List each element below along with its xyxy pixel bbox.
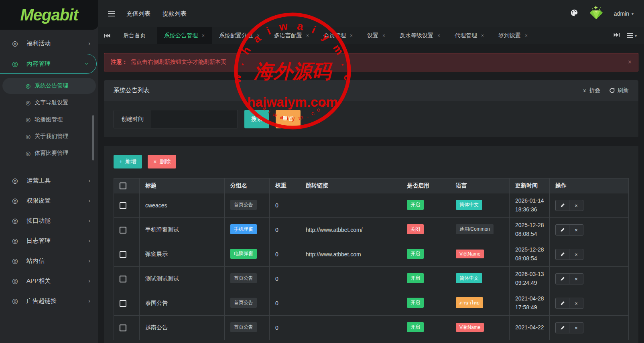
enabled-badge: 开启	[407, 249, 424, 259]
cell-link: http://www.atbbet.com/	[300, 218, 401, 242]
updated-time: 08:08:54	[515, 254, 544, 263]
group-badge: 手机弹窗	[230, 224, 257, 234]
tab[interactable]: 代理管理 ×	[447, 27, 491, 44]
created-time-input[interactable]	[151, 110, 238, 128]
logo-text: Megabit	[20, 6, 78, 24]
tab-close-icon[interactable]: ×	[382, 33, 385, 39]
refresh-button[interactable]: 刷新	[609, 87, 629, 94]
alert-close-icon[interactable]: ×	[628, 59, 632, 66]
remove-button[interactable]: ×	[569, 249, 583, 260]
sidebar-sub-item-label: 轮播图管理	[35, 116, 63, 123]
col-lang: 语言	[450, 179, 510, 193]
theme-palette-icon[interactable]	[570, 8, 579, 19]
cell-title: cweaces	[140, 193, 225, 218]
sidebar-group-item[interactable]: ◎ 日志管理 ›	[0, 231, 98, 250]
sidebar-group-item[interactable]: ◎ 接口功能 ›	[0, 211, 98, 230]
row-checkbox[interactable]	[120, 300, 126, 307]
search-button[interactable]: 搜索	[244, 110, 269, 128]
sidebar-group-item[interactable]: ◎ 广告超链接 ›	[0, 291, 98, 311]
pencil-icon	[560, 325, 565, 330]
edit-button[interactable]	[555, 298, 569, 309]
sidebar-group-item[interactable]: ◎ 权限设置 ›	[0, 191, 98, 210]
sidebar-group-item[interactable]: ◎ 福利活动 ›	[0, 34, 98, 53]
top-menu-recharge-list[interactable]: 充值列表	[126, 10, 150, 18]
sidebar-sub-item[interactable]: ◎ 关于我们管理	[2, 128, 96, 144]
tab-close-icon[interactable]: ×	[257, 33, 260, 39]
tab[interactable]: 会员管理 ×	[316, 27, 360, 44]
sidebar-group-item[interactable]: ◎ APP相关 ›	[0, 271, 98, 290]
hamburger-icon[interactable]	[106, 8, 118, 19]
sidebar-group-item[interactable]: ◎ 内容管理 ›	[0, 54, 97, 74]
remove-button[interactable]: ×	[569, 200, 583, 211]
row-checkbox[interactable]	[120, 227, 126, 233]
edit-button[interactable]	[555, 200, 569, 211]
updated-time: 09:24:49	[515, 279, 544, 288]
tab[interactable]: 设置 ×	[360, 27, 392, 44]
tab[interactable]: 签到设置 ×	[491, 27, 535, 44]
created-time-filter: 创建时间	[114, 110, 238, 128]
language-badge: ภาษาไทย	[456, 297, 483, 308]
skip-to-first-tab-icon[interactable]	[98, 33, 116, 39]
cell-weight: 0	[270, 316, 300, 340]
tab-close-icon[interactable]: ×	[437, 33, 440, 39]
tab[interactable]: 系统配置分组 ×	[212, 27, 267, 44]
delete-button[interactable]: × 删除	[148, 155, 176, 168]
tab-label: 系统配置分组	[219, 32, 253, 39]
collapse-button[interactable]: » 折叠	[583, 87, 600, 94]
remove-button[interactable]: ×	[569, 298, 583, 309]
cell-link	[300, 193, 401, 218]
circle-icon: ◎	[12, 297, 20, 305]
row-checkbox[interactable]	[120, 276, 126, 282]
tab-label: 会员管理	[323, 32, 346, 39]
sidebar-sub-item[interactable]: ◎ 文字导航设置	[2, 95, 96, 111]
top-menu-withdraw-list[interactable]: 提款列表	[163, 10, 187, 18]
alert-prefix: 注意：	[111, 59, 128, 66]
remove-button[interactable]: ×	[569, 273, 583, 284]
col-group: 分组名	[225, 179, 270, 193]
sidebar-sub-item[interactable]: ◎ 体育比赛管理	[2, 145, 96, 161]
tab[interactable]: 反水等级设置 ×	[392, 27, 447, 44]
tab-close-icon[interactable]: ×	[525, 33, 528, 39]
tab-options-menu-icon[interactable]: ▾	[627, 33, 637, 38]
sidebar-scrollbar-thumb[interactable]	[92, 115, 94, 160]
cell-weight: 0	[270, 242, 300, 267]
notice-alert: 注意： 需点击右侧刷新按钮文字才能刷新本页 ×	[104, 53, 638, 71]
tab-label: 系统公告管理	[164, 32, 198, 39]
circle-icon: ◎	[26, 83, 30, 89]
edit-button[interactable]	[555, 224, 569, 235]
select-all-checkbox[interactable]	[120, 183, 126, 189]
user-menu[interactable]: admin ▾	[614, 10, 634, 17]
tab-close-icon[interactable]: ×	[306, 33, 309, 39]
row-checkbox[interactable]	[120, 202, 126, 209]
chevron-down-icon: ▾	[635, 34, 637, 38]
sidebar-item-label: 福利活动	[26, 40, 51, 47]
edit-button[interactable]	[555, 249, 569, 260]
edit-button[interactable]	[555, 273, 569, 284]
close-icon: ×	[153, 158, 156, 165]
row-checkbox[interactable]	[120, 251, 126, 258]
announcement-table: 标题 分组名 权重 跳转链接 是否启用 语言 更新时间 操作	[114, 178, 629, 340]
remove-button[interactable]: ×	[569, 224, 583, 235]
edit-button[interactable]	[555, 322, 569, 333]
sidebar-group-item[interactable]: ◎ 运营工具 ›	[0, 171, 98, 190]
sidebar-sub-item[interactable]: ◎ 系统公告管理	[2, 78, 96, 94]
add-button[interactable]: + 新增	[114, 155, 142, 168]
sidebar-sub-item[interactable]: ◎ 轮播图管理	[2, 112, 96, 128]
cell-title: 越南公告	[140, 316, 225, 340]
tab-close-icon[interactable]: ×	[481, 33, 484, 39]
tab[interactable]: 系统公告管理 ×	[157, 27, 212, 44]
reset-button[interactable]: 重置	[276, 110, 301, 128]
row-checkbox[interactable]	[120, 325, 126, 331]
sidebar-group-item[interactable]: ◎ 站内信 ›	[0, 251, 98, 270]
updated-date: 2025-12-28	[515, 221, 544, 230]
tab-close-icon[interactable]: ×	[350, 33, 353, 39]
skip-to-last-tab-icon[interactable]	[614, 32, 620, 39]
tab-label: 签到设置	[498, 32, 521, 39]
tab[interactable]: 多语言配置 ×	[267, 27, 316, 44]
tab-close-icon[interactable]: ×	[202, 33, 205, 39]
avatar-gem-icon[interactable]	[588, 5, 604, 22]
circle-icon: ◎	[26, 99, 30, 106]
remove-button[interactable]: ×	[569, 322, 583, 333]
tab[interactable]: 后台首页	[116, 27, 157, 44]
col-title: 标题	[140, 179, 225, 193]
